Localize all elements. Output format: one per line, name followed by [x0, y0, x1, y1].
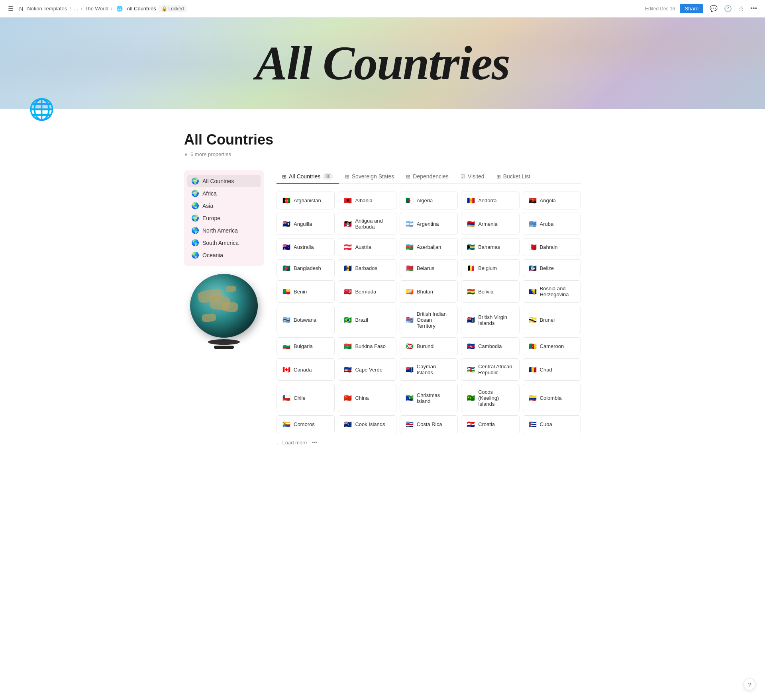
country-card[interactable]: 🇧🇬 Bulgaria	[277, 337, 335, 355]
country-card[interactable]: 🇨🇻 Cape Verde	[338, 358, 396, 381]
country-card[interactable]: 🇧🇿 Belize	[523, 259, 581, 277]
country-name: Comoros	[294, 421, 315, 427]
star-icon[interactable]: ☆	[737, 3, 745, 14]
country-card[interactable]: 🇧🇪 Belgium	[461, 259, 519, 277]
country-flag: 🇰🇭	[467, 342, 475, 350]
country-flag: 🇦🇮	[282, 220, 290, 228]
country-card[interactable]: 🇧🇫 Burkina Faso	[338, 337, 396, 355]
properties-toggle[interactable]: ∨ 6 more properties	[184, 151, 581, 157]
locked-badge: 🔒 Locked	[159, 5, 187, 12]
country-card[interactable]: 🇧🇼 Botswana	[277, 306, 335, 334]
country-card[interactable]: 🇦🇬 Antigua and Barbuda	[338, 213, 396, 235]
country-card[interactable]: 🇦🇩 Andorra	[461, 192, 519, 209]
country-card[interactable]: 🇨🇽 Christmas Island	[400, 384, 458, 412]
country-card[interactable]: 🇦🇮 Anguilla	[277, 213, 335, 235]
country-card[interactable]: 🇧🇦 Bosnia and Herzegovina	[523, 280, 581, 303]
sidebar-item-asia[interactable]: 🌏 Asia	[187, 199, 261, 212]
country-card[interactable]: 🇧🇧 Barbados	[338, 259, 396, 277]
globe-base	[214, 346, 234, 349]
sidebar-item-all-countries[interactable]: 🌍 All Countries	[187, 175, 261, 187]
country-card[interactable]: 🇰🇭 Cambodia	[461, 337, 519, 355]
country-card[interactable]: 🇧🇴 Bolivia	[461, 280, 519, 303]
breadcrumb-ellipsis[interactable]: …	[73, 6, 78, 12]
country-card[interactable]: 🇦🇼 Aruba	[523, 213, 581, 235]
country-card[interactable]: 🇦🇺 Australia	[277, 238, 335, 256]
sidebar-item-oceania[interactable]: 🌏 Oceania	[187, 249, 261, 261]
country-card[interactable]: 🇨🇺 Cuba	[523, 415, 581, 433]
country-card[interactable]: 🇨🇱 Chile	[277, 384, 335, 412]
country-card[interactable]: 🇨🇴 Colombia	[523, 384, 581, 412]
country-name: Chile	[294, 395, 306, 401]
country-card[interactable]: 🇰🇾 Cayman Islands	[400, 358, 458, 381]
country-flag: 🇦🇷	[406, 220, 414, 228]
country-flag: 🇧🇮	[406, 342, 414, 350]
sidebar-item-north-america[interactable]: 🌎 North America	[187, 224, 261, 237]
country-card[interactable]: 🇦🇴 Angola	[523, 192, 581, 209]
history-icon[interactable]: 🕐	[722, 3, 734, 14]
sidebar-icon-oceania: 🌏	[191, 251, 199, 259]
country-card[interactable]: 🇦🇲 Armenia	[461, 213, 519, 235]
country-name: Afghanistan	[294, 197, 321, 203]
more-icon[interactable]: •••	[749, 3, 759, 14]
country-card[interactable]: 🇨🇰 Cook Islands	[338, 415, 396, 433]
country-card[interactable]: 🇦🇹 Austria	[338, 238, 396, 256]
country-card[interactable]: 🇦🇫 Afghanistan	[277, 192, 335, 209]
country-card[interactable]: 🇧🇾 Belarus	[400, 259, 458, 277]
country-card[interactable]: 🇹🇩 Chad	[523, 358, 581, 381]
tab-dependencies[interactable]: ⊞ Dependencies	[400, 170, 454, 184]
sidebar-label-africa: Africa	[202, 190, 217, 197]
country-card[interactable]: 🇧🇯 Benin	[277, 280, 335, 303]
country-card[interactable]: 🇨🇳 China	[338, 384, 396, 412]
country-card[interactable]: 🇩🇿 Algeria	[400, 192, 458, 209]
country-card[interactable]: 🇦🇷 Argentina	[400, 213, 458, 235]
country-card[interactable]: 🇧🇭 Bahrain	[523, 238, 581, 256]
chevron-down-icon: ∨	[184, 151, 188, 157]
breadcrumb-notion-templates[interactable]: Notion Templates	[27, 6, 67, 12]
country-flag: 🇦🇼	[529, 220, 537, 228]
tab-all-countries[interactable]: ⊞ All Countries 88	[277, 170, 339, 184]
country-card[interactable]: 🇨🇨 Cocos (Keeling) Islands	[461, 384, 519, 412]
country-card[interactable]: 🇧🇸 Bahamas	[461, 238, 519, 256]
sidebar-item-europe[interactable]: 🌍 Europe	[187, 212, 261, 224]
country-card[interactable]: 🇭🇷 Croatia	[461, 415, 519, 433]
country-card[interactable]: 🇰🇲 Comoros	[277, 415, 335, 433]
breadcrumb-the-world[interactable]: The World	[85, 6, 109, 12]
country-flag: 🇦🇹	[344, 243, 352, 251]
country-card[interactable]: 🇮🇴 British Indian Ocean Territory	[400, 306, 458, 334]
sidebar-item-south-america[interactable]: 🌎 South America	[187, 237, 261, 249]
country-card[interactable]: 🇻🇬 British Virgin Islands	[461, 306, 519, 334]
comment-icon[interactable]: 💬	[708, 3, 719, 14]
sidebar-icon-south-america: 🌎	[191, 239, 199, 246]
country-card[interactable]: 🇨🇦 Canada	[277, 358, 335, 381]
share-button[interactable]: Share	[680, 4, 703, 13]
country-card[interactable]: 🇨🇫 Central African Republic	[461, 358, 519, 381]
country-card[interactable]: 🇦🇿 Azerbaijan	[400, 238, 458, 256]
country-name: Azerbaijan	[417, 244, 441, 250]
tab-bucket-list[interactable]: ⊞ Bucket List	[491, 170, 536, 184]
country-flag: 🇧🇭	[529, 243, 537, 251]
country-flag: 🇧🇴	[467, 288, 475, 295]
tab-sovereign-states[interactable]: ⊞ Sovereign States	[339, 170, 400, 184]
country-flag: 🇨🇻	[344, 366, 352, 373]
country-card[interactable]: 🇦🇱 Albania	[338, 192, 396, 209]
country-flag: 🇧🇯	[282, 288, 290, 295]
country-flag: 🇨🇷	[406, 420, 414, 428]
load-more-row[interactable]: ↓ Load more •••	[277, 438, 581, 447]
country-name: Bangladesh	[294, 265, 321, 271]
country-name: Bermuda	[355, 289, 376, 295]
country-name: China	[355, 395, 369, 401]
country-card[interactable]: 🇧🇩 Bangladesh	[277, 259, 335, 277]
country-card[interactable]: 🇧🇹 Bhutan	[400, 280, 458, 303]
country-card[interactable]: 🇧🇳 Brunei	[523, 306, 581, 334]
sidebar-item-africa[interactable]: 🌍 Africa	[187, 187, 261, 199]
country-card[interactable]: 🇨🇲 Cameroon	[523, 337, 581, 355]
country-name: Argentina	[417, 221, 439, 227]
topbar-icons: 💬 🕐 ☆ •••	[708, 3, 759, 14]
country-card[interactable]: 🇧🇷 Brazil	[338, 306, 396, 334]
tab-visited[interactable]: ☑ Visited	[455, 170, 490, 184]
menu-icon[interactable]: ☰	[6, 3, 15, 14]
country-card[interactable]: 🇨🇷 Costa Rica	[400, 415, 458, 433]
country-flag: 🇧🇹	[406, 288, 414, 295]
country-card[interactable]: 🇧🇮 Burundi	[400, 337, 458, 355]
country-card[interactable]: 🇧🇲 Bermuda	[338, 280, 396, 303]
